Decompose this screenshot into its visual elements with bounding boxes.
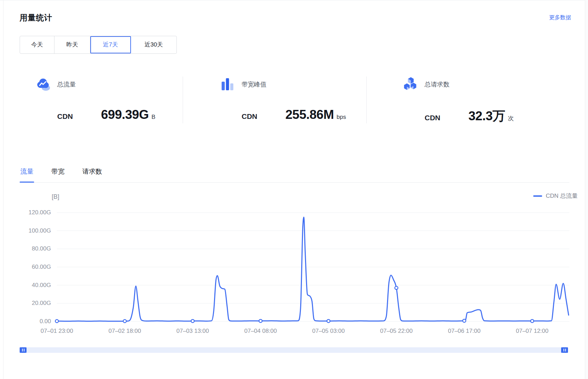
range-tab-yesterday[interactable]: 昨天: [54, 36, 90, 53]
datazoom-slider[interactable]: [20, 347, 568, 353]
stat-unit: bps: [337, 114, 346, 121]
metric-tabs: 流量 带宽 请求数: [20, 162, 569, 183]
x-axis-tick: 07–03 13:00: [165, 328, 220, 335]
y-axis-tick: 0.00: [13, 318, 51, 325]
tab-requests[interactable]: 请求数: [82, 162, 103, 182]
stat-card-total-requests: 总请求数 CDN 32.3万 次: [386, 72, 569, 127]
stat-product: CDN: [242, 112, 285, 121]
data-point-marker: [531, 319, 534, 322]
cubes-icon: [403, 76, 418, 92]
tab-traffic[interactable]: 流量: [20, 162, 34, 182]
y-axis-tick: 80.00G: [13, 245, 51, 252]
header: 用量统计 更多数据: [20, 12, 571, 23]
stat-label: 总请求数: [425, 80, 449, 89]
stat-divider: [183, 76, 183, 123]
stat-product: CDN: [425, 114, 468, 122]
x-axis-tick: 07–06 17:00: [437, 328, 492, 335]
data-point-marker: [259, 319, 262, 322]
legend-series-name: CDN 总流量: [546, 192, 578, 200]
data-point-marker: [191, 319, 194, 322]
stat-product: CDN: [57, 112, 101, 121]
axis-labels: 120.00G100.00G80.00G60.00G40.00G20.00G0.…: [0, 0, 588, 379]
data-point-marker: [55, 319, 59, 322]
range-tab-last30days[interactable]: 近30天: [131, 36, 176, 53]
datazoom-handle-left[interactable]: [20, 347, 27, 353]
usage-stats-panel: 用量统计 更多数据 今天 昨天 近7天 近30天: [0, 0, 588, 379]
y-axis-tick: 60.00G: [13, 264, 51, 270]
y-axis-unit-label: [B]: [52, 193, 59, 201]
bar-chart-icon: [220, 76, 235, 92]
data-point-marker: [123, 319, 126, 322]
y-axis-tick: 120.00G: [13, 209, 51, 216]
legend-line-swatch: [533, 195, 542, 197]
stat-unit: 次: [508, 114, 514, 122]
traffic-line-chart: [0, 0, 588, 379]
y-axis-tick: 20.00G: [13, 300, 51, 307]
stat-value-total-traffic: 699.39G: [101, 107, 149, 122]
y-axis-tick: 100.00G: [13, 227, 51, 234]
tab-bandwidth[interactable]: 带宽: [51, 162, 65, 182]
top-divider: [0, 0, 588, 0]
chart-legend[interactable]: CDN 总流量: [533, 192, 578, 200]
stat-label: 总流量: [57, 80, 76, 89]
stat-card-total-traffic: 总流量 CDN 699.39G B: [20, 72, 202, 127]
datazoom-track[interactable]: [20, 347, 568, 353]
stat-value-peak-bandwidth: 255.86M: [285, 107, 334, 122]
y-axis-tick: 40.00G: [13, 282, 51, 289]
series-line-cdn-total-traffic: [57, 217, 569, 321]
cloud-traffic-icon: [35, 76, 51, 92]
stat-unit: B: [151, 114, 155, 121]
left-divider: [3, 0, 3, 379]
x-axis-tick: 07–01 23:00: [29, 328, 84, 335]
range-tab-last7days[interactable]: 近7天: [90, 36, 131, 53]
x-axis-tick: 07–05 03:00: [301, 328, 356, 335]
stat-value-total-requests: 32.3万: [468, 107, 505, 125]
data-point-marker: [463, 319, 466, 322]
data-point-marker: [327, 319, 330, 322]
data-point-marker: [395, 286, 398, 289]
page-scrollbar[interactable]: [585, 0, 588, 379]
x-axis-tick: 07–07 12:00: [505, 328, 560, 335]
stats-row: 总流量 CDN 699.39G B 带宽峰值 CDN: [20, 72, 569, 127]
x-axis-tick: 07–04 08:00: [233, 328, 288, 335]
stat-divider: [366, 76, 367, 123]
page-title: 用量统计: [20, 12, 52, 23]
x-axis-tick: 07–02 18:00: [97, 328, 152, 335]
stat-label: 带宽峰值: [242, 80, 266, 89]
datazoom-handle-right[interactable]: [561, 347, 568, 353]
range-tab-today[interactable]: 今天: [20, 36, 54, 53]
more-data-link[interactable]: 更多数据: [549, 14, 571, 21]
stat-card-peak-bandwidth: 带宽峰值 CDN 255.86M bps: [202, 72, 386, 127]
date-range-selector: 今天 昨天 近7天 近30天: [20, 36, 177, 54]
x-axis-tick: 07–05 22:00: [369, 328, 424, 335]
